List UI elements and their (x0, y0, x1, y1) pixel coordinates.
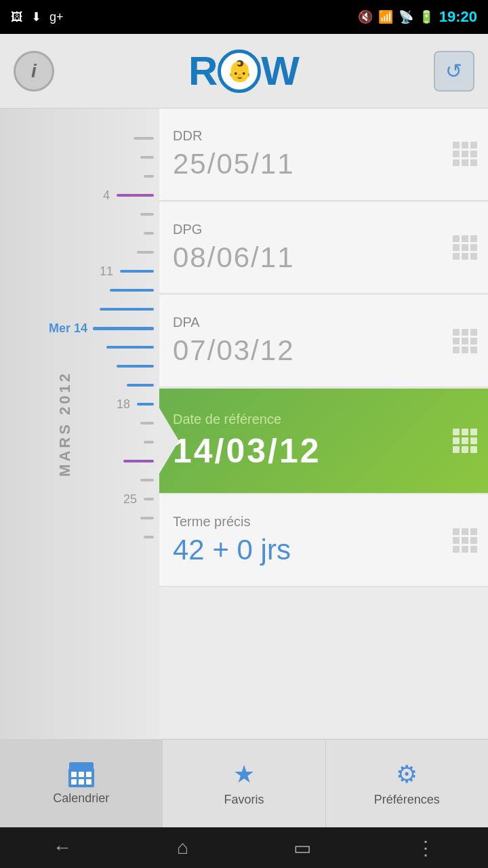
logo-w: W (261, 47, 300, 94)
back-button[interactable]: ↺ (434, 51, 474, 92)
download-icon: ⬇ (31, 9, 41, 24)
tick-mark (144, 498, 154, 500)
tick-mark (140, 479, 154, 481)
terme-panel[interactable]: Terme précis 42 + 0 jrs (159, 494, 488, 587)
logo-baby-icon: 👶 (227, 59, 252, 83)
dateref-label: Date de référence (173, 412, 474, 427)
tick-row (34, 357, 159, 376)
logo-ring: 👶 (218, 50, 261, 93)
tab-bar: Calendrier ★ Favoris ⚙ Préférences (0, 739, 488, 827)
dateref-grid-icon (453, 429, 477, 453)
tab-preferences[interactable]: ⚙ Préférences (326, 740, 488, 827)
tick-mark (140, 213, 154, 216)
tick-row (34, 509, 159, 528)
nav-recents-button[interactable]: ▭ (293, 837, 311, 859)
tick-row: 18 (34, 395, 159, 414)
tick-row: 11 (34, 262, 159, 281)
star-icon: ★ (233, 760, 255, 789)
dpg-panel[interactable]: DPG 08/06/11 (159, 202, 488, 294)
tick-bar-blue (120, 270, 154, 273)
tick-bar-purple (123, 460, 154, 462)
tick-bar-blue (100, 308, 154, 311)
tick-row (34, 414, 159, 433)
dpa-panel[interactable]: DPA 07/03/12 (159, 295, 488, 387)
ddr-label: DDR (173, 128, 474, 144)
tick-row (34, 300, 159, 319)
tick-mark (140, 422, 154, 425)
tick-row (34, 338, 159, 357)
terme-label: Terme précis (173, 514, 474, 530)
tick-bar-blue (137, 403, 154, 406)
dpa-grid-icon (453, 329, 477, 353)
tick-row (34, 224, 159, 243)
tab-favoris[interactable]: ★ Favoris (163, 740, 325, 827)
tick-row (34, 243, 159, 262)
tab-calendrier-label: Calendrier (53, 791, 109, 806)
tick-row (34, 433, 159, 452)
back-arrow-icon: ↺ (445, 59, 462, 83)
status-left-icons: 🖼 ⬇ g+ (11, 9, 64, 24)
tick-row (34, 452, 159, 471)
current-day-row: Mer 14 (34, 319, 159, 338)
clock: 19:20 (439, 8, 477, 26)
tick-mark (137, 251, 154, 254)
ddr-panel[interactable]: DDR 25/05/11 (159, 108, 488, 201)
tick-bar-blue (117, 365, 154, 368)
tick-row (34, 205, 159, 224)
tick-row (34, 148, 159, 167)
tab-calendrier[interactable]: Calendrier (0, 740, 163, 827)
tick-row (34, 471, 159, 490)
terme-grid-icon (453, 528, 477, 553)
dpa-value: 07/03/12 (173, 334, 474, 367)
tick-mark (144, 441, 154, 443)
dpg-grid-icon (453, 235, 477, 260)
tick-row (34, 281, 159, 300)
wifi-icon: 📶 (378, 9, 393, 24)
dpa-label: DPA (173, 315, 474, 330)
main-content: MARS 2012 4 (0, 108, 488, 739)
dpg-label: DPG (173, 222, 474, 237)
tick-row (34, 528, 159, 547)
ddr-grid-icon (453, 142, 477, 166)
tick-row (34, 129, 159, 148)
tab-preferences-label: Préférences (374, 793, 440, 807)
tick-mark (144, 175, 154, 178)
image-icon: 🖼 (11, 10, 23, 24)
status-right-icons: 🔇 📶 📡 🔋 19:20 (358, 8, 477, 26)
gear-icon: ⚙ (396, 760, 418, 789)
status-bar: 🖼 ⬇ g+ 🔇 📶 📡 🔋 19:20 (0, 0, 488, 34)
tick-area: 4 11 (34, 108, 159, 739)
logo-r: R (188, 47, 218, 94)
nav-home-button[interactable]: ⌂ (177, 837, 188, 859)
tick-row: 4 (34, 186, 159, 205)
header: i R 👶 W ↺ (0, 34, 488, 108)
tick-mark (134, 137, 154, 140)
tab-favoris-label: Favoris (224, 793, 264, 807)
battery-icon: 🔋 (419, 9, 434, 24)
nav-bar: ← ⌂ ▭ ⋮ (0, 827, 488, 868)
tick-row: 25 (34, 490, 159, 509)
dateref-panel[interactable]: Date de référence 14/03/12 (159, 389, 488, 493)
terme-value: 42 + 0 jrs (173, 534, 474, 566)
tick-bar-blue (106, 346, 154, 349)
tick-bar-purple (117, 194, 154, 197)
tick-mark (140, 156, 154, 159)
nav-back-button[interactable]: ← (53, 837, 72, 859)
timeline: MARS 2012 4 (0, 108, 159, 739)
info-button[interactable]: i (14, 51, 54, 92)
tick-mark (140, 517, 154, 519)
empty-panel (159, 588, 488, 739)
ddr-value: 25/05/11 (173, 148, 474, 180)
calendar-icon (68, 762, 94, 787)
tick-mark (144, 232, 154, 235)
nav-more-button[interactable]: ⋮ (416, 837, 435, 859)
dpg-value: 08/06/11 (173, 241, 474, 274)
data-panels: DDR 25/05/11 DPG 08/06/11 DPA 07/03/12 (159, 108, 488, 739)
app-logo: R 👶 W (188, 44, 300, 98)
tick-mark (144, 536, 154, 538)
info-icon: i (31, 60, 37, 82)
tick-bar-blue (127, 384, 154, 387)
current-day-label: Mer 14 (49, 321, 87, 336)
tick-row (34, 376, 159, 395)
gplus-icon: g+ (49, 10, 64, 24)
